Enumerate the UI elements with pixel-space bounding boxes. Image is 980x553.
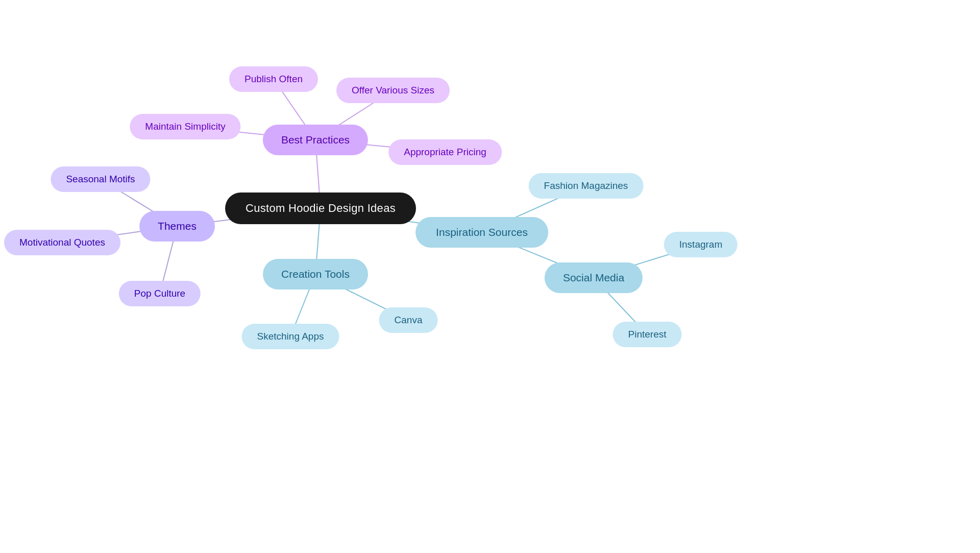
social-media-node[interactable]: Social Media <box>545 262 643 293</box>
canva-node[interactable]: Canva <box>379 307 438 333</box>
best-practices-node[interactable]: Best Practices <box>263 125 368 155</box>
sketching-apps-node[interactable]: Sketching Apps <box>242 324 339 349</box>
connections-svg <box>0 0 980 553</box>
publish-often-node[interactable]: Publish Often <box>229 66 318 92</box>
maintain-simplicity-node[interactable]: Maintain Simplicity <box>130 114 240 139</box>
pinterest-node[interactable]: Pinterest <box>613 322 682 347</box>
instagram-node[interactable]: Instagram <box>664 232 738 257</box>
appropriate-pricing-node[interactable]: Appropriate Pricing <box>388 139 502 165</box>
motivational-quotes-node[interactable]: Motivational Quotes <box>4 230 120 255</box>
fashion-magazines-node[interactable]: Fashion Magazines <box>529 173 644 199</box>
mindmap-container: Custom Hoodie Design Ideas Best Practice… <box>0 0 980 553</box>
creation-tools-node[interactable]: Creation Tools <box>263 259 368 290</box>
pop-culture-node[interactable]: Pop Culture <box>119 281 201 306</box>
center-node[interactable]: Custom Hoodie Design Ideas <box>225 193 416 224</box>
seasonal-motifs-node[interactable]: Seasonal Motifs <box>51 166 150 192</box>
themes-node[interactable]: Themes <box>139 211 215 242</box>
inspiration-sources-node[interactable]: Inspiration Sources <box>415 217 548 248</box>
offer-various-sizes-node[interactable]: Offer Various Sizes <box>336 78 450 103</box>
